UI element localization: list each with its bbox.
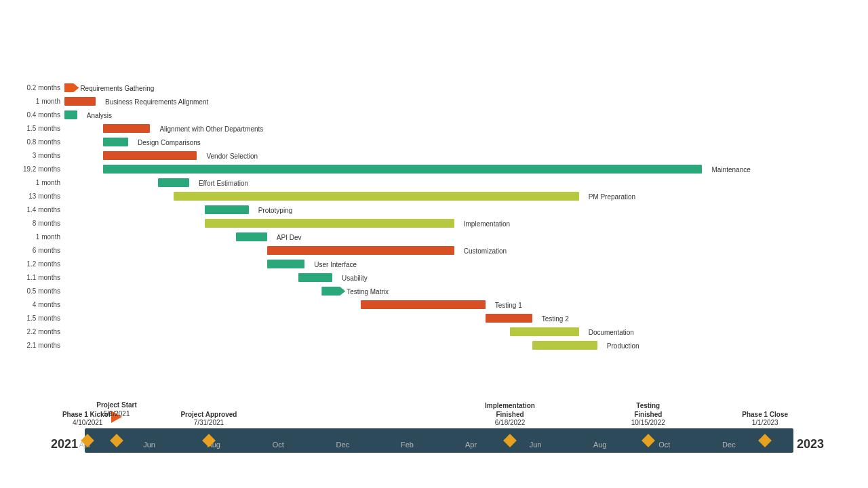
page-title [0, 0, 868, 19]
bar-area: Prototyping [64, 205, 868, 214]
bar-label: Implementation [464, 220, 510, 227]
gantt-row: 1.4 monthsPrototyping [0, 203, 868, 216]
duration-label: 1 month [0, 179, 64, 186]
milestone-date: 10/15/2022 [631, 419, 665, 426]
bar [103, 151, 197, 160]
bar [158, 178, 189, 187]
bar-area: Maintenance [64, 165, 868, 174]
bar [532, 341, 597, 350]
bar [267, 260, 304, 268]
bar-label: Usability [342, 274, 368, 281]
duration-label: 1.5 months [0, 125, 64, 132]
month-tick: Dec [722, 441, 736, 449]
duration-label: 1.1 months [0, 274, 64, 281]
bar-label: Prototyping [258, 206, 293, 214]
bar [64, 97, 96, 106]
year-label-2021: 2021 [51, 437, 78, 451]
timeline-bar [85, 428, 793, 453]
bar [103, 138, 128, 146]
duration-label: 0.2 months [0, 84, 64, 92]
bar-label: Business Requirements Alignment [105, 98, 208, 105]
gantt-row: 1.1 monthsUsability [0, 271, 868, 284]
month-tick: Dec [336, 441, 350, 449]
gantt-row: 1 monthEffort Estimation [0, 176, 868, 189]
gantt-row: 13 monthsPM Preparation [0, 190, 868, 203]
gantt-row: 1.5 monthsAlignment with Other Departmen… [0, 122, 868, 135]
gantt-row: 0.5 monthsTesting Matrix [0, 285, 868, 298]
duration-label: 1.2 months [0, 260, 64, 268]
milestone-date: 6/18/2022 [495, 419, 526, 426]
bar-area: Requirements Gathering [64, 83, 868, 92]
milestone-label: ImplementationFinished [485, 401, 535, 419]
bar-label: Production [607, 342, 639, 349]
bar-label: Testing Matrix [347, 287, 389, 295]
milestone-label: Project Start [96, 401, 136, 409]
arrow-bar-teal [321, 287, 345, 296]
bar-area: Analysis [64, 110, 868, 119]
bar-area: Testing 2 [64, 314, 868, 323]
duration-label: 6 months [0, 247, 64, 254]
bar-area: Vendor Selection [64, 151, 868, 160]
bar-area: Implementation [64, 219, 868, 228]
duration-label: 1.4 months [0, 206, 64, 214]
bar [174, 192, 579, 201]
bar-label: PM Preparation [589, 192, 635, 200]
bar-label: Effort Estimation [199, 179, 248, 186]
bar [361, 300, 486, 309]
bar-area: API Dev [64, 232, 868, 241]
bar-label: User Interface [314, 260, 357, 268]
bar-area: User Interface [64, 260, 868, 268]
duration-label: 19.2 months [0, 165, 64, 173]
gantt-row: 2.1 monthsProduction [0, 339, 868, 352]
duration-label: 0.5 months [0, 287, 64, 295]
duration-label: 2.2 months [0, 328, 64, 336]
milestone-label: Project Approved [180, 410, 237, 419]
duration-label: 1 month [0, 233, 64, 241]
bar-area: Documentation [64, 327, 868, 336]
bar [103, 165, 702, 174]
arrow-bar [64, 83, 79, 92]
bar-label: Analysis [87, 111, 112, 119]
bar-area: Testing Matrix [64, 287, 868, 296]
duration-label: 0.8 months [0, 138, 64, 146]
bar-area: Business Requirements Alignment [64, 97, 868, 106]
bar-area: Alignment with Other Departments [64, 124, 868, 133]
milestone-date: 1/1/2023 [752, 419, 778, 426]
bar-label: Alignment with Other Departments [159, 125, 263, 132]
gantt-row: 0.8 monthsDesign Comparisons [0, 136, 868, 148]
bar-area: Customization [64, 246, 868, 255]
milestone-label: TestingFinished [634, 401, 662, 419]
gantt-row: 4 monthsTesting 1 [0, 298, 868, 311]
duration-label: 4 months [0, 301, 64, 308]
gantt-row: 0.4 monthsAnalysis [0, 108, 868, 121]
bar-area: Design Comparisons [64, 138, 868, 146]
chart-area: 0.2 monthsRequirements Gathering1 monthB… [0, 81, 868, 488]
gantt-row: 2.2 monthsDocumentation [0, 325, 868, 338]
month-tick: Jun [530, 441, 542, 449]
bar [205, 219, 454, 228]
bar [64, 110, 77, 119]
duration-label: 13 months [0, 192, 64, 200]
duration-label: 1 month [0, 98, 64, 105]
duration-label: 1.5 months [0, 314, 64, 322]
bar [267, 246, 454, 255]
duration-label: 0.4 months [0, 111, 64, 119]
month-tick: Jun [143, 441, 155, 449]
month-tick: Oct [273, 441, 284, 449]
gantt-row: 1.5 monthsTesting 2 [0, 312, 868, 325]
bar [236, 232, 267, 241]
bar-area: Production [64, 341, 868, 350]
bar [103, 124, 150, 133]
milestone-date: 4/10/2021 [73, 419, 103, 426]
bar-area: Effort Estimation [64, 178, 868, 187]
bar-label: Testing 1 [495, 301, 522, 308]
milestone-date: 5/1/2021 [104, 410, 130, 418]
gantt-row: 19.2 monthsMaintenance [0, 163, 868, 176]
bar [205, 205, 249, 214]
bar-label: Documentation [589, 328, 634, 336]
milestone-date: 7/31/2021 [194, 419, 224, 426]
bar [298, 273, 332, 282]
bar-label: API Dev [277, 233, 302, 241]
gantt-row: 3 monthsVendor Selection [0, 149, 868, 162]
gantt-row: 8 monthsImplementation [0, 217, 868, 230]
